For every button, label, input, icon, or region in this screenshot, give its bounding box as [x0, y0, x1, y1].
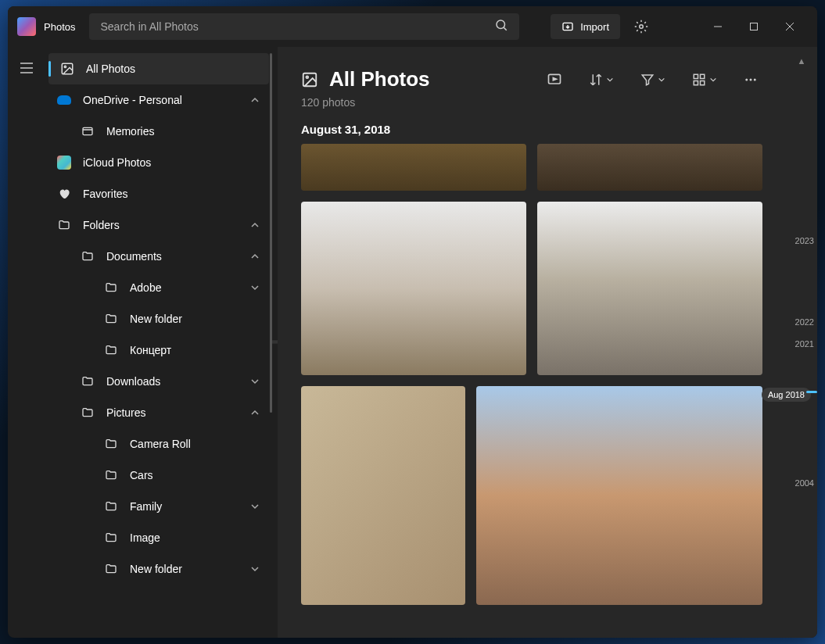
heart-icon — [56, 186, 72, 202]
search-input[interactable] — [89, 13, 519, 40]
photo-thumbnail[interactable] — [301, 144, 526, 191]
search-icon[interactable] — [494, 18, 513, 37]
svg-point-23 — [745, 79, 748, 81]
toolbar — [542, 67, 762, 92]
sidebar-item-all-photos[interactable]: All Photos — [48, 53, 269, 84]
sidebar-item-memories[interactable]: Memories — [45, 116, 272, 147]
svg-rect-5 — [751, 23, 758, 30]
folder-icon — [103, 467, 119, 483]
window-controls — [700, 14, 808, 39]
sidebar-label: Favorites — [83, 188, 263, 200]
body-area: All Photos OneDrive - Personal Memories … — [8, 47, 817, 638]
sidebar-label: Documents — [106, 250, 250, 263]
icloud-icon — [56, 155, 72, 170]
chevron-down-icon — [250, 502, 263, 511]
chevron-down-icon — [250, 377, 263, 386]
main-content: All Photos 120 photos August 31, 2018 — [278, 47, 817, 638]
import-label: Import — [580, 21, 609, 33]
sidebar-item-folders[interactable]: Folders — [45, 209, 272, 241]
timeline-year[interactable]: 2022 — [795, 317, 814, 327]
sidebar-label: New folder — [130, 563, 250, 575]
sidebar-label: Концерт — [130, 344, 263, 356]
folder-icon — [103, 280, 119, 295]
sidebar-item-cars[interactable]: Cars — [45, 460, 272, 491]
sidebar-item-pictures[interactable]: Pictures — [45, 397, 272, 428]
more-button[interactable] — [739, 68, 762, 91]
main-scroll[interactable]: All Photos 120 photos August 31, 2018 — [278, 47, 786, 638]
svg-rect-19 — [694, 74, 698, 78]
folder-icon — [103, 311, 119, 327]
timeline-year[interactable]: 2023 — [795, 236, 814, 245]
sidebar-item-image[interactable]: Image — [45, 522, 272, 553]
view-button[interactable] — [687, 68, 722, 91]
minimize-button[interactable] — [700, 14, 736, 39]
sidebar-item-newfolder[interactable]: New folder — [45, 303, 272, 335]
scroll-up-icon[interactable]: ▲ — [798, 56, 806, 66]
sidebar-scrollbar[interactable] — [270, 53, 272, 638]
svg-point-12 — [64, 66, 66, 67]
photo-thumbnail[interactable] — [301, 386, 465, 605]
maximize-button[interactable] — [736, 14, 772, 39]
timeline-current-badge[interactable]: Aug 2018 — [762, 388, 811, 402]
app-title: Photos — [44, 21, 75, 33]
photo-icon — [59, 61, 75, 77]
svg-point-3 — [640, 25, 644, 29]
sidebar-item-adobe[interactable]: Adobe — [45, 272, 272, 303]
folder-icon — [103, 561, 119, 577]
svg-rect-21 — [694, 81, 698, 85]
photo-thumbnail[interactable] — [301, 202, 526, 375]
folder-icon — [80, 405, 95, 420]
sidebar-label: All Photos — [86, 63, 260, 75]
sidebar-label: Downloads — [106, 375, 250, 388]
svg-line-1 — [504, 27, 507, 30]
filter-button[interactable] — [636, 68, 670, 91]
timeline-year[interactable]: 2004 — [795, 478, 814, 488]
app-icon — [17, 17, 36, 36]
sidebar-label: OneDrive - Personal — [83, 94, 250, 106]
folder-icon — [103, 342, 119, 358]
timeline-scrubber[interactable]: ▲ 2023 2022 2021 Aug 2018 2004 — [786, 47, 817, 638]
sort-button[interactable] — [584, 68, 619, 91]
hamburger-button[interactable] — [14, 56, 39, 80]
sidebar-item-documents[interactable]: Documents — [45, 241, 272, 272]
sidebar-label: Folders — [83, 219, 250, 231]
chevron-up-icon — [250, 220, 263, 230]
nav-rail — [8, 47, 45, 638]
app-window: Photos Import — [8, 6, 817, 638]
sidebar-item-onedrive[interactable]: OneDrive - Personal — [45, 84, 272, 116]
sidebar-item-icloud[interactable]: iCloud Photos — [45, 147, 272, 178]
chevron-up-icon — [250, 252, 263, 261]
search-container — [89, 13, 519, 40]
photo-count: 120 photos — [301, 96, 430, 109]
sidebar-label: Pictures — [106, 406, 250, 419]
photo-thumbnail[interactable] — [537, 202, 762, 375]
sidebar-item-koncert[interactable]: Концерт — [45, 335, 272, 366]
close-button[interactable] — [772, 14, 808, 39]
sidebar-label: Camera Roll — [130, 438, 263, 450]
sidebar-item-family[interactable]: Family — [45, 491, 272, 522]
folder-icon — [103, 530, 119, 546]
sidebar-item-cameraroll[interactable]: Camera Roll — [45, 428, 272, 460]
date-group-label: August 31, 2018 — [301, 123, 762, 136]
chevron-down-icon — [250, 564, 263, 574]
sidebar-label: Cars — [130, 469, 263, 481]
folder-icon — [103, 499, 119, 514]
sidebar-item-downloads[interactable]: Downloads — [45, 366, 272, 397]
import-button[interactable]: Import — [551, 14, 620, 39]
splitter[interactable]: || — [272, 47, 278, 638]
chevron-up-icon — [250, 408, 263, 417]
svg-rect-20 — [701, 74, 705, 78]
slideshow-button[interactable] — [542, 67, 567, 92]
memories-icon — [80, 123, 95, 139]
sidebar-label: Family — [130, 500, 250, 513]
sidebar-item-newfolder2[interactable]: New folder — [45, 553, 272, 585]
folder-icon — [80, 249, 95, 264]
photo-thumbnail[interactable] — [476, 386, 762, 605]
sidebar-item-favorites[interactable]: Favorites — [45, 178, 272, 209]
settings-button[interactable] — [630, 15, 653, 38]
svg-rect-22 — [701, 81, 705, 85]
svg-point-25 — [754, 79, 756, 81]
photo-thumbnail[interactable] — [537, 144, 762, 191]
timeline-year[interactable]: 2021 — [795, 339, 814, 349]
chevron-up-icon — [250, 95, 263, 105]
